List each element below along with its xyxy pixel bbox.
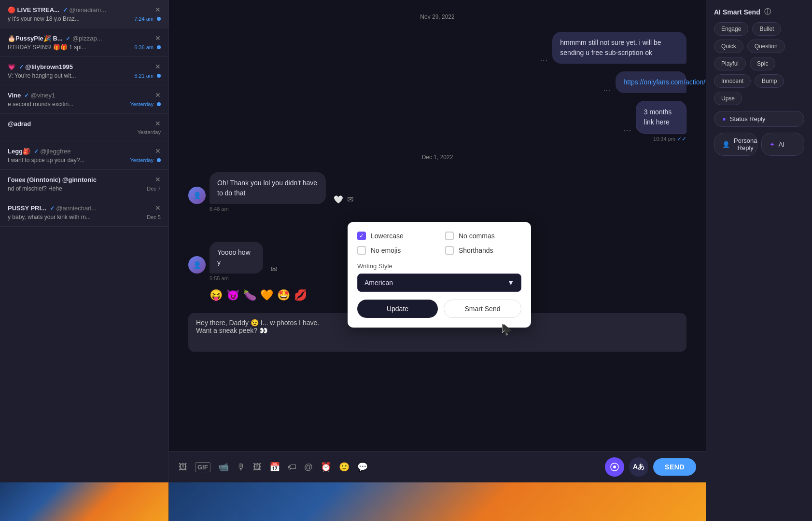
status-reply-button[interactable]: ● Status Reply xyxy=(714,111,804,127)
unread-dot-1 xyxy=(157,45,161,49)
conv-handle-0: @ninadiam... xyxy=(69,6,106,14)
conv-item-0[interactable]: 🔴 LIVE STREA... ✓ @ninadiam... ✕ y it's … xyxy=(0,0,168,28)
conv-preview-1: RTHDAY SPINS! 🎁🎁 1 spi... xyxy=(8,44,86,51)
translate-button[interactable]: Aあ xyxy=(629,457,648,477)
conv-name-7: PUSSY PRI... ✓ @anniecharl... xyxy=(8,205,151,212)
conv-item-1[interactable]: 🎂PussyPie🎉 B... ✓ @pizzap... ✕ RTHDAY SP… xyxy=(0,28,168,57)
svg-point-1 xyxy=(613,466,616,468)
chip-bullet[interactable]: Bullet xyxy=(752,22,781,36)
verified-icon-1: ✓ xyxy=(66,35,70,42)
conv-name-5: Legg🎒 ✓ @jleggfree xyxy=(8,148,151,155)
conv-close-4[interactable]: ✕ xyxy=(155,120,161,127)
msg5-text: Yoooo how y xyxy=(217,248,251,266)
conv-name-3: Vine ✓ @viney1 xyxy=(8,92,151,99)
toolbar-icons: 🖼 GIF 📹 🎙 🖼 📅 🏷 @ ⏰ 🙂 💬 xyxy=(179,462,368,472)
send-button[interactable]: SEND xyxy=(653,458,696,476)
writing-style-dropdown[interactable]: American ▼ xyxy=(357,274,521,292)
microphone-icon[interactable]: 🎙 xyxy=(237,462,245,472)
status-dot-icon: ● xyxy=(722,115,726,123)
toolbar-right: Aあ SEND xyxy=(605,457,696,477)
shorthands-label: Shorthands xyxy=(459,247,493,254)
heart-icon-msg4[interactable]: 🤍 xyxy=(334,195,343,204)
update-button[interactable]: Update xyxy=(357,300,438,318)
lowercase-checkbox[interactable]: ✓ xyxy=(357,232,366,240)
chip-quick[interactable]: Quick xyxy=(714,40,743,53)
verified-icon-2: ✓ xyxy=(19,64,24,70)
chip-engage[interactable]: Engage xyxy=(714,22,748,36)
smart-send-button[interactable]: Smart Send xyxy=(444,300,521,318)
conv-close-7[interactable]: ✕ xyxy=(155,204,161,212)
video-icon[interactable]: 📹 xyxy=(218,462,229,472)
conv-close-0[interactable]: ✕ xyxy=(155,6,161,14)
conv-name-2: 💗 ✓ @lilybrown1995 xyxy=(8,63,151,70)
conv-item-2[interactable]: 💗 ✓ @lilybrown1995 ✕ V: You're hanging o… xyxy=(0,57,168,85)
conv-time-4: Yesterday xyxy=(137,129,161,135)
message-bubble-msg4: Oh! Thank you lol you didn't have to do … xyxy=(210,172,326,204)
shorthands-option[interactable]: Shorthands xyxy=(445,246,521,255)
avatar-msg5: 👤 xyxy=(188,256,206,274)
conv-item-6[interactable]: Гонек (Ginntonic) @ginntonic ✕ nd of mis… xyxy=(0,170,168,198)
conv-close-2[interactable]: ✕ xyxy=(155,63,161,70)
image-upload-icon[interactable]: 🖼 xyxy=(179,462,187,472)
conv-time-1: 6:36 am xyxy=(134,44,161,50)
reply-buttons-row: 👤 Persona Reply ✦ AI xyxy=(714,133,804,156)
conversation-sidebar: 🔴 LIVE STREA... ✓ @ninadiam... ✕ y it's … xyxy=(0,0,169,521)
chip-bump[interactable]: Bump xyxy=(755,74,784,88)
mention-icon[interactable]: @ xyxy=(304,462,313,472)
persona-reply-label: Persona Reply xyxy=(734,137,757,151)
unread-dot-3 xyxy=(157,102,161,106)
chip-playful[interactable]: Playful xyxy=(714,57,746,70)
status-reply-label: Status Reply xyxy=(730,115,766,123)
clock-icon[interactable]: ⏰ xyxy=(321,462,331,472)
no-emojis-option[interactable]: No emojis xyxy=(357,246,434,255)
conv-close-1[interactable]: ✕ xyxy=(155,34,161,42)
emoji-icon[interactable]: 🙂 xyxy=(339,462,350,472)
calendar-icon[interactable]: 📅 xyxy=(269,462,280,472)
conv-close-6[interactable]: ✕ xyxy=(155,176,161,183)
message-row-msg4: 👤 Oh! Thank you lol you didn't have to d… xyxy=(188,172,686,212)
persona-reply-button[interactable]: 👤 Persona Reply xyxy=(714,133,757,156)
verified-icon-3: ✓ xyxy=(24,92,29,99)
no-commas-option[interactable]: No commas xyxy=(445,232,521,240)
photo-icon[interactable]: 🖼 xyxy=(253,462,262,472)
chip-question[interactable]: Question xyxy=(747,40,785,53)
conv-item-7[interactable]: PUSSY PRI... ✓ @anniecharl... ✕ y baby, … xyxy=(0,198,168,227)
conv-time-5: Yesterday xyxy=(130,157,161,163)
message-menu-msg1[interactable]: ⋮ xyxy=(539,57,548,64)
mail-icon-msg5[interactable]: ✉ xyxy=(271,264,277,274)
lowercase-label: Lowercase xyxy=(371,232,404,240)
conv-item-4[interactable]: @adrad ✕ Yesterday xyxy=(0,114,168,141)
chip-upse[interactable]: Upse xyxy=(714,92,742,105)
chip-spic[interactable]: Spic xyxy=(750,57,775,70)
unread-dot-5 xyxy=(157,158,161,162)
conv-item-5[interactable]: Legg🎒 ✓ @jleggfree ✕ t want to spice up … xyxy=(0,141,168,170)
info-icon[interactable]: ⓘ xyxy=(764,8,771,16)
conv-close-3[interactable]: ✕ xyxy=(155,91,161,99)
ai-header: AI Smart Send ⓘ xyxy=(714,8,804,16)
mail-icon-msg4[interactable]: ✉ xyxy=(347,195,353,204)
no-emojis-checkbox[interactable] xyxy=(357,246,366,255)
no-commas-checkbox[interactable] xyxy=(445,232,454,240)
share-button[interactable] xyxy=(605,457,624,477)
conv-handle-5: @jleggfree xyxy=(40,148,70,155)
persona-icon: 👤 xyxy=(722,141,730,148)
message-row-msg1: ⋮ hmmmm still not sure yet. i will be se… xyxy=(188,32,686,64)
message-menu-msg3[interactable]: ⋮ xyxy=(623,127,632,134)
ai-reply-label: AI xyxy=(779,141,784,148)
conv-item-3[interactable]: Vine ✓ @viney1 ✕ e second rounds excitin… xyxy=(0,85,168,114)
message-actions-msg4: 🤍 ✉ xyxy=(334,195,353,204)
gif-icon[interactable]: GIF xyxy=(195,462,210,472)
conv-preview-0: y it's your new 18 y.o Braz... xyxy=(8,15,80,22)
conv-time-0: 7:24 am xyxy=(134,16,161,22)
conv-close-5[interactable]: ✕ xyxy=(155,147,161,155)
lowercase-option[interactable]: ✓ Lowercase xyxy=(357,232,434,240)
popup-buttons: Update Smart Send xyxy=(357,300,521,318)
conv-name-6: Гонек (Ginntonic) @ginntonic xyxy=(8,176,151,183)
chat-template-icon[interactable]: 💬 xyxy=(357,462,368,472)
conv-time-2: 6:21 am xyxy=(134,73,161,79)
message-menu-msg2[interactable]: ⋮ xyxy=(602,86,612,93)
tag-icon[interactable]: 🏷 xyxy=(288,462,296,472)
ai-reply-button[interactable]: ✦ AI xyxy=(761,133,804,156)
chip-innocent[interactable]: Innocent xyxy=(714,74,751,88)
shorthands-checkbox[interactable] xyxy=(445,246,454,255)
